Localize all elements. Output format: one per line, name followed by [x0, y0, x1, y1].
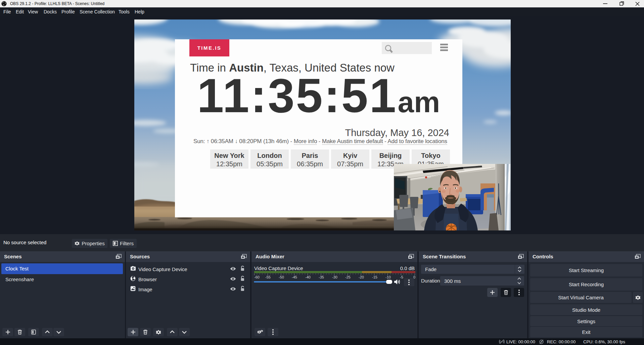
svg-text:-55: -55 — [265, 275, 271, 279]
svg-text:-10: -10 — [385, 275, 391, 279]
svg-text:-50: -50 — [279, 275, 284, 279]
svg-text:-30: -30 — [332, 275, 337, 279]
svg-text:-15: -15 — [372, 275, 377, 279]
svg-text:-45: -45 — [292, 275, 297, 279]
svg-text:-35: -35 — [319, 275, 324, 279]
svg-text:-25: -25 — [345, 275, 351, 279]
svg-text:-60: -60 — [254, 275, 260, 279]
svg-text:-20: -20 — [359, 275, 364, 279]
svg-text:-40: -40 — [305, 275, 311, 279]
